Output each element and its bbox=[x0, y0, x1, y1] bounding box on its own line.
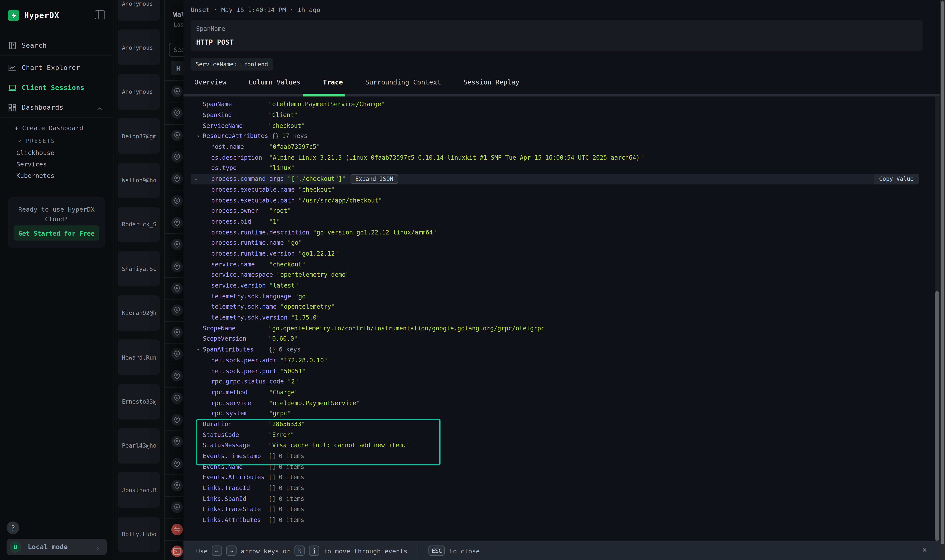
map-pin-icon[interactable] bbox=[171, 261, 183, 272]
attr-row[interactable]: telemetry.sdk.name"opentelemetry" bbox=[191, 302, 933, 312]
map-pin-icon[interactable] bbox=[171, 239, 183, 250]
attr-row[interactable]: process.runtime.name"go" bbox=[191, 238, 933, 248]
local-mode-menu[interactable]: U Local mode bbox=[6, 539, 107, 555]
tab-trace[interactable]: Trace bbox=[323, 78, 343, 86]
caret-icon[interactable]: ▾ bbox=[197, 134, 200, 139]
map-pin-icon[interactable] bbox=[171, 305, 183, 316]
sidebar-item-dashboards[interactable]: Dashboards bbox=[0, 98, 113, 116]
attr-row[interactable]: process.runtime.version"go1.22.12" bbox=[191, 248, 933, 259]
presets-toggle[interactable]: PRESETS bbox=[16, 138, 55, 144]
attr-row[interactable]: process.executable.name"checkout" bbox=[191, 184, 933, 195]
panel-scrollbar-thumb[interactable] bbox=[935, 291, 939, 541]
attr-row[interactable]: ServiceName"checkout" bbox=[191, 120, 933, 131]
sidebar-item-client-sessions[interactable]: Client Sessions bbox=[0, 78, 113, 96]
map-pin-icon[interactable] bbox=[171, 370, 183, 382]
attr-row[interactable]: rpc.service"oteldemo.PaymentService" bbox=[191, 397, 933, 408]
map-pin-icon[interactable] bbox=[171, 458, 183, 469]
map-pin-icon[interactable] bbox=[171, 392, 183, 404]
map-pin-icon[interactable] bbox=[171, 283, 183, 294]
preset-item-clickhouse[interactable]: Clickhouse bbox=[16, 149, 54, 156]
map-pin-icon[interactable] bbox=[171, 414, 183, 426]
tab-session-replay[interactable]: Session Replay bbox=[463, 78, 520, 86]
attr-row[interactable]: Events.Timestamp[]0 items bbox=[191, 451, 933, 462]
attr-row[interactable]: Links.SpanId[]0 items bbox=[191, 493, 933, 504]
caret-icon[interactable]: ▾ bbox=[197, 347, 200, 352]
attr-row[interactable]: process.owner"root" bbox=[191, 205, 933, 216]
session-card[interactable]: Deion37@gm bbox=[118, 118, 160, 154]
terminal-icon[interactable]: >_ bbox=[171, 545, 183, 557]
session-card[interactable]: Anonymous bbox=[118, 74, 160, 110]
copy-value-button[interactable]: Copy Value bbox=[874, 174, 919, 184]
session-card[interactable]: Roderick_S bbox=[118, 207, 160, 242]
window-scrollbar-thumb[interactable] bbox=[941, 1, 944, 544]
attr-row[interactable]: os.type"linux" bbox=[191, 163, 933, 174]
attr-row[interactable]: StatusMessage"Visa cache full: cannot ad… bbox=[191, 440, 933, 451]
map-pin-icon[interactable] bbox=[171, 108, 183, 119]
map-pin-icon[interactable] bbox=[171, 129, 183, 141]
tab-column-values[interactable]: Column Values bbox=[248, 78, 301, 86]
map-pin-icon[interactable] bbox=[171, 86, 183, 97]
session-card[interactable]: Anonymous bbox=[118, 0, 160, 21]
attr-row[interactable]: SpanKind"Client" bbox=[191, 109, 933, 120]
session-card[interactable]: Shaniya.Sc bbox=[118, 251, 160, 286]
attr-row[interactable]: ScopeVersion"0.60.0" bbox=[191, 334, 933, 344]
map-pin-icon[interactable] bbox=[171, 326, 183, 338]
filter-button[interactable]: H bbox=[171, 61, 183, 75]
tab-surrounding-context[interactable]: Surrounding Context bbox=[365, 78, 441, 86]
preset-item-services[interactable]: Services bbox=[16, 160, 47, 168]
attr-row[interactable]: telemetry.sdk.version"1.35.0" bbox=[191, 312, 933, 323]
session-card[interactable]: Anonymous bbox=[118, 30, 160, 66]
attr-row[interactable]: telemetry.sdk.language"go" bbox=[191, 291, 933, 302]
sidebar-item-chart-explorer[interactable]: Chart Explorer bbox=[0, 58, 113, 77]
session-card[interactable]: Dolly.Lubo bbox=[118, 516, 160, 552]
attr-row[interactable]: StatusCode"Error" bbox=[191, 429, 933, 440]
attr-row[interactable]: host.name"0faab73597c5" bbox=[191, 142, 933, 152]
attr-row[interactable]: net.sock.peer.addr"172.28.0.10" bbox=[191, 355, 933, 365]
create-dashboard-button[interactable]: + Create Dashboard bbox=[15, 124, 83, 131]
tab-overview[interactable]: Overview bbox=[194, 78, 226, 86]
attr-row[interactable]: process.executable.path"/usr/src/app/che… bbox=[191, 195, 933, 205]
map-pin-icon[interactable] bbox=[171, 436, 183, 448]
panel-scrollbar[interactable] bbox=[935, 97, 940, 541]
attr-row[interactable]: Links.Attributes[]0 items bbox=[191, 515, 933, 525]
get-started-button[interactable]: Get Started for Free bbox=[14, 225, 99, 240]
attr-row[interactable]: rpc.system"grpc" bbox=[191, 408, 933, 419]
exchange-arrows-icon[interactable] bbox=[171, 523, 183, 535]
session-card[interactable]: Jonathan.B bbox=[118, 472, 160, 508]
attr-row[interactable]: process.pid"1" bbox=[191, 216, 933, 227]
attr-row[interactable]: os.description"Alpine Linux 3.21.3 (Linu… bbox=[191, 152, 933, 163]
attr-row[interactable]: rpc.method"Charge" bbox=[191, 387, 933, 397]
map-pin-icon[interactable] bbox=[171, 348, 183, 360]
session-card[interactable]: Howard.Run bbox=[118, 340, 160, 375]
caret-icon[interactable]: ▸ bbox=[194, 176, 197, 182]
attr-row[interactable]: Events.Name[]0 items bbox=[191, 462, 933, 472]
attr-row[interactable]: Links.TraceId[]0 items bbox=[191, 483, 933, 493]
attr-row[interactable]: ▾ResourceAttributes{}17 keys bbox=[191, 131, 933, 142]
attr-row[interactable]: Links.TraceState[]0 items bbox=[191, 504, 933, 515]
attr-row[interactable]: ScopeName"go.opentelemetry.io/contrib/in… bbox=[191, 323, 933, 334]
map-pin-icon[interactable] bbox=[171, 195, 183, 206]
expand-json-button[interactable]: Expand JSON bbox=[350, 174, 398, 184]
session-card[interactable]: Walton9@ho bbox=[118, 163, 160, 198]
preset-item-kubernetes[interactable]: Kubernetes bbox=[16, 172, 54, 179]
attr-row[interactable]: service.name"checkout" bbox=[191, 259, 933, 269]
attr-row[interactable]: ▸process.command_args"["./checkout"]"Exp… bbox=[191, 174, 874, 184]
session-card[interactable]: Pearl43@ho bbox=[118, 428, 160, 463]
map-pin-icon[interactable] bbox=[171, 480, 183, 491]
map-pin-icon[interactable] bbox=[171, 217, 183, 228]
attr-row[interactable]: SpanName"oteldemo.PaymentService/Charge" bbox=[191, 99, 933, 109]
session-card[interactable]: Ernesto33@ bbox=[118, 384, 160, 419]
search-input[interactable]: Sea bbox=[169, 43, 183, 57]
map-pin-icon[interactable] bbox=[171, 502, 183, 513]
map-pin-icon[interactable] bbox=[171, 173, 183, 185]
attr-row[interactable]: ▾SpanAttributes{}6 keys bbox=[191, 344, 933, 355]
attr-row[interactable]: process.runtime.description"go version g… bbox=[191, 227, 933, 237]
attr-row[interactable]: rpc.grpc.status_code"2" bbox=[191, 376, 933, 387]
attr-row[interactable]: Events.Attributes[]0 items bbox=[191, 472, 933, 483]
window-scrollbar[interactable] bbox=[940, 0, 945, 560]
help-button[interactable]: ? bbox=[6, 522, 19, 534]
attr-row[interactable]: net.sock.peer.port"50051" bbox=[191, 365, 933, 376]
attr-row[interactable]: service.namespace"opentelemetry-demo" bbox=[191, 269, 933, 280]
attr-row[interactable]: Duration"28656333" bbox=[191, 419, 933, 429]
close-icon[interactable]: ✕ bbox=[922, 545, 927, 554]
